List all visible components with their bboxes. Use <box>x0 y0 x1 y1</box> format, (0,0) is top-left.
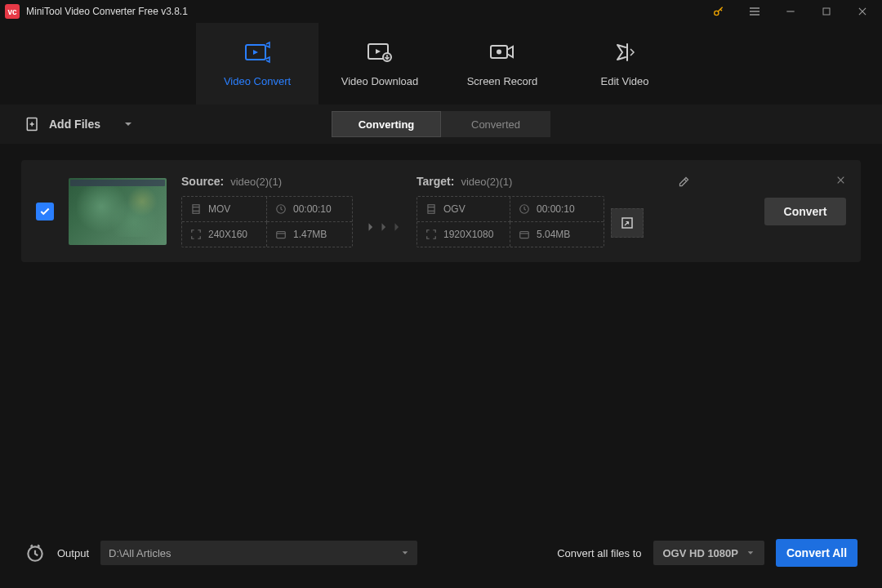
source-label: Source: <box>181 175 224 188</box>
tab-label: Edit Video <box>600 75 648 87</box>
minimize-icon[interactable] <box>776 0 805 23</box>
item-checkbox[interactable] <box>36 203 54 220</box>
svg-marker-3 <box>253 50 258 55</box>
tab-label: Video Download <box>341 75 418 87</box>
source-format: MOV <box>182 197 267 222</box>
main-tabs: Video Convert Video Download Screen Reco… <box>0 23 882 105</box>
chevron-down-icon <box>401 549 409 557</box>
subtabs: Converting Converted <box>332 111 550 137</box>
resolution-icon <box>190 229 202 240</box>
convert-all-button[interactable]: Convert All <box>776 539 858 567</box>
tab-screen-record[interactable]: Screen Record <box>441 23 564 105</box>
key-icon[interactable] <box>704 0 733 23</box>
tab-label: Video Convert <box>224 75 291 87</box>
subtab-converted[interactable]: Converted <box>441 111 550 137</box>
svg-rect-12 <box>277 232 286 238</box>
target-label: Target: <box>416 175 454 188</box>
subtab-converting[interactable]: Converting <box>332 111 441 137</box>
source-resolution: 240X160 <box>182 222 267 247</box>
source-info: Source: video(2)(1) MOV 00:00:10 240X160 <box>181 175 353 247</box>
edit-icon[interactable] <box>678 176 690 191</box>
target-duration: 00:00:10 <box>510 197 604 222</box>
convert-icon <box>243 41 271 64</box>
app-logo: vc <box>5 4 20 19</box>
svg-marker-5 <box>376 49 381 54</box>
svg-rect-13 <box>428 205 434 214</box>
output-format-select[interactable]: OGV HD 1080P <box>653 541 765 565</box>
tab-video-download[interactable]: Video Download <box>318 23 441 105</box>
output-path-value: D:\All Articles <box>109 547 172 559</box>
bottom-bar: Output D:\All Articles Convert all files… <box>0 518 882 588</box>
history-icon[interactable] <box>24 542 46 564</box>
source-duration: 00:00:10 <box>267 197 352 222</box>
svg-point-8 <box>497 49 501 54</box>
tab-video-convert[interactable]: Video Convert <box>196 23 318 105</box>
svg-rect-15 <box>520 232 529 238</box>
output-label: Output <box>57 547 89 559</box>
svg-rect-1 <box>823 8 830 15</box>
conversion-item: Source: video(2)(1) MOV 00:00:10 240X160 <box>21 160 861 262</box>
target-filename: video(2)(1) <box>461 176 512 188</box>
convert-all-label: Convert all files to <box>557 547 641 559</box>
titlebar: vc MiniTool Video Converter Free v3.8.1 <box>0 0 882 23</box>
arrow-icon <box>366 221 403 247</box>
format-icon <box>190 203 202 215</box>
clock-icon <box>519 203 530 215</box>
output-format-value: OGV HD 1080P <box>663 547 739 559</box>
filesize-icon <box>275 229 287 240</box>
toolbar: Add Files Converting Converted <box>0 105 882 144</box>
chevron-down-icon[interactable] <box>123 119 133 129</box>
target-settings-button[interactable] <box>611 208 644 238</box>
content-area: Source: video(2)(1) MOV 00:00:10 240X160 <box>0 144 882 518</box>
edit-video-icon <box>612 41 637 64</box>
resolution-icon <box>425 229 437 240</box>
close-icon[interactable] <box>848 0 877 23</box>
menu-icon[interactable] <box>740 0 769 23</box>
target-format: OGV <box>417 197 510 222</box>
chevron-down-icon <box>746 549 755 557</box>
add-files-button[interactable]: Add Files <box>24 116 133 132</box>
source-size: 1.47MB <box>267 222 352 247</box>
add-files-label: Add Files <box>49 118 100 131</box>
window-title: MiniTool Video Converter Free v3.8.1 <box>26 6 188 17</box>
maximize-icon[interactable] <box>812 0 841 23</box>
filesize-icon <box>519 229 530 240</box>
record-icon <box>488 41 516 64</box>
target-info: Target: video(2)(1) OGV 00:00:10 <box>416 175 644 247</box>
video-thumbnail[interactable] <box>69 178 167 245</box>
download-icon <box>366 41 394 64</box>
convert-button[interactable]: Convert <box>764 198 846 225</box>
clock-icon <box>275 203 287 215</box>
add-file-icon <box>24 116 41 132</box>
tab-label: Screen Record <box>467 75 538 87</box>
target-resolution: 1920X1080 <box>417 222 510 247</box>
output-path-select[interactable]: D:\All Articles <box>100 541 417 565</box>
target-size: 5.04MB <box>510 222 604 247</box>
remove-item-icon[interactable] <box>835 175 846 188</box>
source-filename: video(2)(1) <box>230 176 282 188</box>
tab-edit-video[interactable]: Edit Video <box>564 23 686 105</box>
format-icon <box>425 203 437 215</box>
svg-rect-10 <box>193 205 199 214</box>
